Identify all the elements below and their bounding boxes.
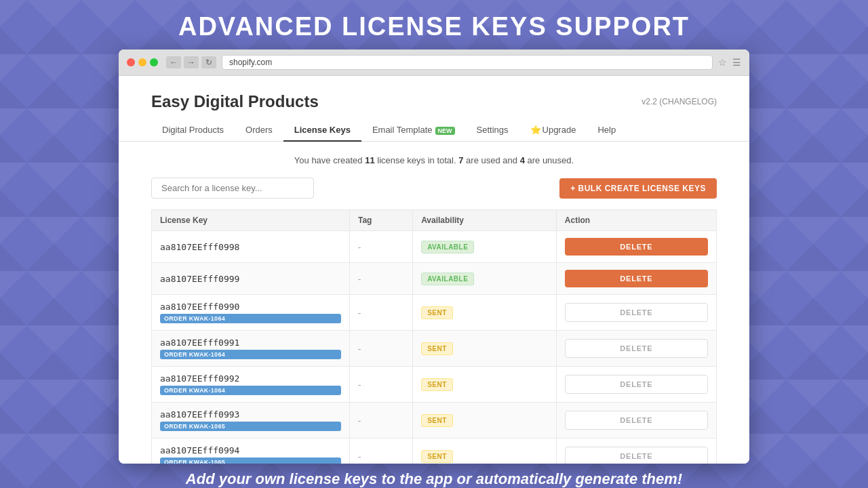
license-key-text: aa8107EEfff0992 (160, 373, 341, 384)
order-badge[interactable]: ORDER KWAK-1065 (160, 422, 341, 431)
tag-cell: - (349, 367, 412, 403)
delete-button[interactable]: DELETE (565, 375, 708, 394)
order-badge[interactable]: ORDER KWAK-1064 (160, 350, 341, 359)
table-row: aa8107EEfff0999-AVAILABLEDELETE (152, 263, 717, 295)
col-availability: Availability (413, 210, 557, 231)
action-cell: DELETE (556, 231, 716, 263)
delete-button[interactable]: DELETE (565, 339, 708, 358)
unused-count: 4 (520, 155, 525, 165)
license-key-cell: aa8107EEfff0999 (152, 263, 350, 295)
license-keys-table: License Key Tag Availability Action aa81… (151, 209, 717, 464)
dot-close[interactable] (127, 58, 135, 66)
availability-cell: SENT (413, 295, 557, 331)
table-row: aa8107EEfff0993ORDER KWAK-1065-SENTDELET… (152, 403, 717, 439)
delete-button[interactable]: DELETE (565, 411, 708, 430)
col-tag: Tag (349, 210, 412, 231)
availability-cell: AVAILABLE (413, 231, 557, 263)
bulk-create-button[interactable]: + BULK CREATE LICENSE KEYS (559, 178, 717, 199)
availability-cell: SENT (413, 331, 557, 367)
order-badge[interactable]: ORDER KWAK-1064 (160, 386, 341, 395)
col-license-key: License Key (152, 210, 350, 231)
col-action: Action (556, 210, 716, 231)
browser-content: Easy Digital Products v2.2 (CHANGELOG) D… (119, 76, 749, 464)
availability-cell: AVAILABLE (413, 263, 557, 295)
delete-button[interactable]: DELETE (565, 303, 708, 322)
tab-license-keys[interactable]: License Keys (283, 119, 361, 142)
page-heading: ADVANCED LICENSE KEYS SUPPORT (178, 12, 690, 41)
delete-button[interactable]: DELETE (565, 238, 708, 256)
stats-bar: You have created 11 license keys in tota… (151, 155, 717, 165)
tag-cell: - (349, 231, 412, 263)
version-info: v2.2 (CHANGELOG) (642, 97, 717, 106)
availability-badge: AVAILABLE (421, 272, 474, 285)
availability-cell: SENT (413, 439, 557, 464)
action-cell: DELETE (556, 263, 716, 295)
address-bar[interactable]: shopify.com (222, 55, 713, 70)
tab-digital-products[interactable]: Digital Products (151, 119, 235, 142)
bookmark-button[interactable]: ☆ (718, 57, 727, 68)
browser-dots (127, 58, 158, 66)
browser-window: ← → ↻ shopify.com ☆ ☰ Easy Digital Produ… (119, 49, 749, 464)
tag-cell: - (349, 331, 412, 367)
new-badge: NEW (435, 127, 455, 135)
license-key-text: aa8107EEfff0991 (160, 338, 341, 348)
tab-settings[interactable]: Settings (466, 119, 519, 142)
delete-button[interactable]: DELETE (565, 447, 708, 464)
license-key-text: aa8107EEfff0999 (160, 274, 341, 284)
license-key-cell: aa8107EEfff0993ORDER KWAK-1065 (152, 403, 350, 439)
license-key-cell: aa8107EEfff0991ORDER KWAK-1064 (152, 331, 350, 367)
table-row: aa8107EEfff0991ORDER KWAK-1064-SENTDELET… (152, 331, 717, 367)
availability-badge: SENT (421, 378, 453, 391)
table-row: aa8107EEfff0992ORDER KWAK-1064-SENTDELET… (152, 367, 717, 403)
table-row: aa8107EEfff0994ORDER KWAK-1065-SENTDELET… (152, 439, 717, 464)
order-badge[interactable]: ORDER KWAK-1064 (160, 314, 341, 323)
tab-help[interactable]: Help (587, 119, 627, 142)
forward-button[interactable]: → (184, 56, 199, 68)
star-icon: ⭐ (530, 125, 541, 135)
tag-cell: - (349, 295, 412, 331)
toolbar: + BULK CREATE LICENSE KEYS (151, 178, 717, 199)
tag-cell: - (349, 403, 412, 439)
browser-nav: ← → ↻ (166, 56, 216, 68)
license-key-cell: aa8107EEfff0998 (152, 231, 350, 263)
tab-email-template[interactable]: Email TemplateNEW (361, 119, 466, 142)
availability-cell: SENT (413, 403, 557, 439)
back-button[interactable]: ← (166, 56, 181, 68)
license-key-cell: aa8107EEfff0992ORDER KWAK-1064 (152, 367, 350, 403)
license-key-cell: aa8107EEfff0994ORDER KWAK-1065 (152, 439, 350, 464)
license-key-text: aa8107EEfff0993 (160, 409, 341, 420)
footer-text: Add your own license keys to the app or … (172, 470, 696, 488)
content-area: You have created 11 license keys in tota… (119, 142, 749, 464)
availability-cell: SENT (413, 367, 557, 403)
availability-badge: SENT (421, 450, 453, 463)
license-key-text: aa8107EEfff0990 (160, 302, 341, 312)
app-header: Easy Digital Products v2.2 (CHANGELOG) (119, 76, 749, 111)
availability-badge: AVAILABLE (421, 241, 474, 253)
tab-orders[interactable]: Orders (235, 119, 283, 142)
tab-upgrade[interactable]: ⭐Upgrade (519, 119, 587, 142)
availability-badge: SENT (421, 414, 453, 427)
action-cell: DELETE (556, 331, 716, 367)
availability-badge: SENT (421, 306, 453, 319)
used-count: 7 (458, 155, 463, 165)
app-title: Easy Digital Products (151, 92, 319, 111)
dot-minimize[interactable] (138, 58, 146, 66)
search-input[interactable] (151, 178, 314, 199)
order-badge[interactable]: ORDER KWAK-1065 (160, 458, 341, 464)
dot-maximize[interactable] (150, 58, 158, 66)
availability-badge: SENT (421, 342, 453, 355)
delete-button[interactable]: DELETE (565, 270, 708, 287)
table-row: aa8107EEfff0998-AVAILABLEDELETE (152, 231, 717, 263)
table-row: aa8107EEfff0990ORDER KWAK-1064-SENTDELET… (152, 295, 717, 331)
refresh-button[interactable]: ↻ (201, 56, 216, 68)
tag-cell: - (349, 439, 412, 464)
action-cell: DELETE (556, 295, 716, 331)
action-cell: DELETE (556, 403, 716, 439)
menu-button[interactable]: ☰ (732, 57, 741, 68)
license-key-cell: aa8107EEfff0990ORDER KWAK-1064 (152, 295, 350, 331)
license-key-text: aa8107EEfff0994 (160, 445, 341, 455)
action-cell: DELETE (556, 439, 716, 464)
nav-tabs: Digital Products Orders License Keys Ema… (119, 111, 749, 142)
license-key-text: aa8107EEfff0998 (160, 242, 341, 252)
total-count: 11 (365, 155, 374, 165)
